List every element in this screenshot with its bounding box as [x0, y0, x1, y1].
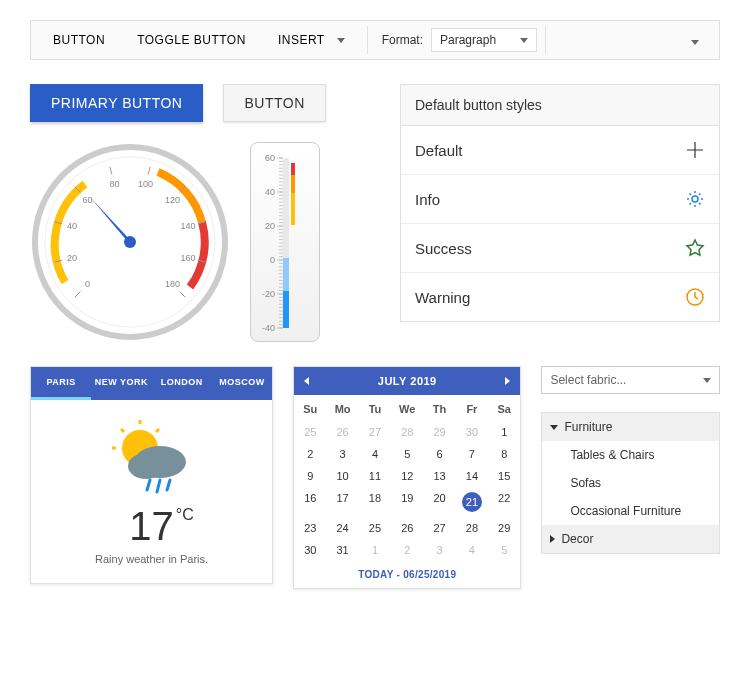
calendar-title: JULY 2019 — [378, 375, 437, 387]
svg-text:120: 120 — [165, 195, 180, 205]
secondary-button[interactable]: BUTTON — [223, 84, 325, 122]
tree-item[interactable]: Tables & Chairs — [542, 441, 719, 469]
tree-item-label: Occasional Furniture — [570, 504, 681, 518]
calendar-day[interactable]: 11 — [359, 465, 391, 487]
svg-text:80: 80 — [109, 179, 119, 189]
calendar-day[interactable]: 13 — [423, 465, 455, 487]
svg-rect-26 — [283, 258, 289, 291]
calendar-day[interactable]: 24 — [326, 517, 358, 539]
calendar-day[interactable]: 26 — [391, 517, 423, 539]
toolbar-overflow-dropdown[interactable] — [679, 25, 711, 56]
calendar-day[interactable]: 8 — [488, 443, 520, 465]
tree-item[interactable]: Occasional Furniture — [542, 497, 719, 525]
weather-tab-paris[interactable]: PARIS — [31, 367, 91, 400]
calendar-day[interactable]: 5 — [391, 443, 423, 465]
fabric-combobox[interactable]: Select fabric... — [541, 366, 720, 394]
tree-item[interactable]: Decor — [542, 525, 719, 553]
svg-rect-27 — [291, 163, 295, 175]
calendar-day[interactable]: 19 — [391, 487, 423, 517]
calendar-day[interactable]: 27 — [423, 517, 455, 539]
primary-button[interactable]: PRIMARY BUTTON — [30, 84, 203, 122]
calendar-day[interactable]: 4 — [456, 539, 488, 561]
tree-item-label: Tables & Chairs — [570, 448, 654, 462]
calendar-day[interactable]: 29 — [488, 517, 520, 539]
svg-text:0: 0 — [85, 279, 90, 289]
style-item-label: Info — [415, 191, 440, 208]
calendar-prev-button[interactable] — [304, 377, 309, 385]
clock-icon — [685, 287, 705, 307]
calendar-day[interactable]: 9 — [294, 465, 326, 487]
calendar-day[interactable]: 4 — [359, 443, 391, 465]
toolbar-insert-dropdown[interactable]: INSERT — [264, 25, 359, 55]
calendar-day[interactable]: 26 — [326, 421, 358, 443]
calendar-day[interactable]: 5 — [488, 539, 520, 561]
calendar-day[interactable]: 23 — [294, 517, 326, 539]
tree-item[interactable]: Sofas — [542, 469, 719, 497]
calendar-day[interactable]: 15 — [488, 465, 520, 487]
calendar-grid: SuMoTuWeThFrSa25262728293012345678910111… — [294, 395, 520, 561]
calendar-dow: Fr — [456, 395, 488, 421]
gear-icon — [685, 189, 705, 209]
calendar-day[interactable]: 28 — [391, 421, 423, 443]
calendar-day[interactable]: 6 — [423, 443, 455, 465]
chevron-down-icon — [520, 38, 528, 43]
calendar-day[interactable]: 3 — [423, 539, 455, 561]
style-item-success[interactable]: Success — [401, 224, 719, 273]
calendar-day[interactable]: 1 — [488, 421, 520, 443]
calendar-day[interactable]: 22 — [488, 487, 520, 517]
star-icon — [685, 238, 705, 258]
tree-item-label: Sofas — [570, 476, 601, 490]
style-item-default[interactable]: Default — [401, 126, 719, 175]
calendar-day[interactable]: 18 — [359, 487, 391, 517]
weather-tab-london[interactable]: LONDON — [152, 367, 212, 400]
calendar-day[interactable]: 25 — [359, 517, 391, 539]
weather-temperature: 17°C — [129, 504, 174, 549]
calendar-day[interactable]: 31 — [326, 539, 358, 561]
calendar-day[interactable]: 2 — [294, 443, 326, 465]
calendar-day[interactable]: 12 — [391, 465, 423, 487]
calendar-day[interactable]: 7 — [456, 443, 488, 465]
calendar-day[interactable]: 3 — [326, 443, 358, 465]
calendar-day[interactable]: 25 — [294, 421, 326, 443]
calendar-day[interactable]: 16 — [294, 487, 326, 517]
button-styles-header: Default button styles — [401, 85, 719, 126]
svg-text:60: 60 — [83, 195, 93, 205]
calendar-day[interactable]: 2 — [391, 539, 423, 561]
style-item-label: Warning — [415, 289, 470, 306]
calendar-header: JULY 2019 — [294, 367, 520, 395]
weather-tab-moscow[interactable]: MOSCOW — [212, 367, 272, 400]
calendar-day[interactable]: 14 — [456, 465, 488, 487]
svg-point-101 — [128, 453, 164, 479]
calendar-day[interactable]: 30 — [456, 421, 488, 443]
tree-item[interactable]: Furniture — [542, 413, 719, 441]
calendar-next-button[interactable] — [505, 377, 510, 385]
style-item-label: Success — [415, 240, 472, 257]
weather-tab-new-york[interactable]: NEW YORK — [91, 367, 151, 400]
calendar-day[interactable]: 28 — [456, 517, 488, 539]
toolbar-format-select[interactable]: Paragraph — [431, 28, 537, 52]
calendar-day[interactable]: 1 — [359, 539, 391, 561]
weather-tabs: PARISNEW YORKLONDONMOSCOW — [31, 367, 272, 400]
svg-text:160: 160 — [180, 253, 195, 263]
calendar-day[interactable]: 27 — [359, 421, 391, 443]
calendar-day[interactable]: 10 — [326, 465, 358, 487]
svg-line-103 — [157, 480, 160, 492]
toolbar-format-label: Format: — [382, 33, 423, 47]
calendar-day[interactable]: 17 — [326, 487, 358, 517]
calendar-widget: JULY 2019 SuMoTuWeThFrSa2526272829301234… — [293, 366, 521, 589]
calendar-day[interactable]: 29 — [423, 421, 455, 443]
toolbar-button[interactable]: BUTTON — [39, 25, 119, 55]
calendar-day[interactable]: 20 — [423, 487, 455, 517]
toolbar-toggle-button[interactable]: TOGGLE BUTTON — [123, 25, 260, 55]
svg-rect-25 — [283, 291, 289, 328]
calendar-day[interactable]: 30 — [294, 539, 326, 561]
svg-text:40: 40 — [265, 187, 275, 197]
calendar-day[interactable]: 21 — [456, 487, 488, 517]
style-item-info[interactable]: Info — [401, 175, 719, 224]
toolbar-insert-label: INSERT — [278, 33, 325, 47]
svg-line-102 — [147, 480, 150, 490]
calendar-today-link[interactable]: TODAY - 06/25/2019 — [294, 561, 520, 588]
style-item-warning[interactable]: Warning — [401, 273, 719, 321]
arrow-down-icon — [550, 425, 558, 430]
svg-text:20: 20 — [67, 253, 77, 263]
